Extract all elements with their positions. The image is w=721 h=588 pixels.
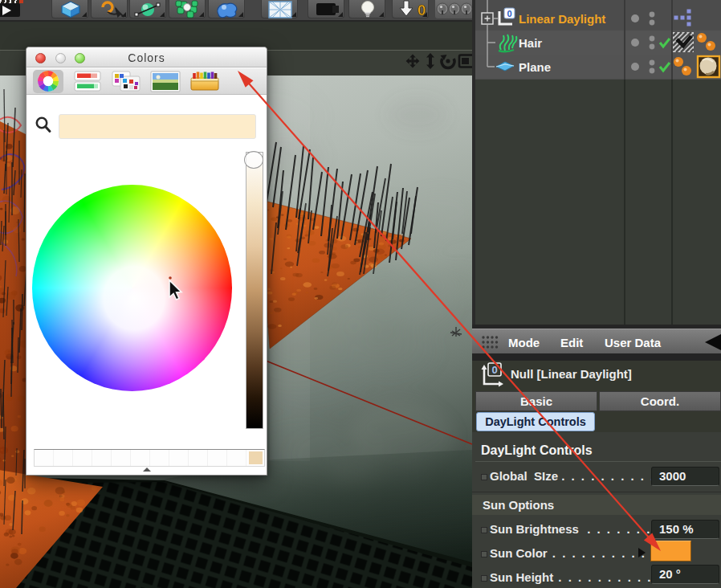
svg-text:0: 0 <box>491 364 497 376</box>
svg-text:Plane: Plane <box>519 60 551 74</box>
svg-text:Hair: Hair <box>519 36 542 50</box>
svg-text:0: 0 <box>507 9 511 18</box>
svg-text:Linear Daylight: Linear Daylight <box>519 12 605 26</box>
